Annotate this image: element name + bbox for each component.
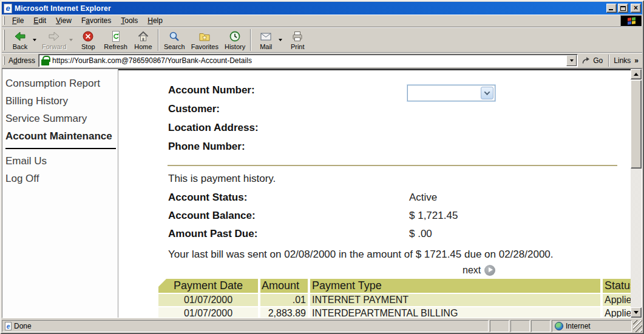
summary-label: Amount Past Due:: [168, 228, 257, 239]
menu-grip-handle[interactable]: [3, 16, 5, 25]
window-title: Microsoft Internet Explorer: [15, 4, 606, 13]
ie-window: e Microsoft Internet Explorer × FileEdit…: [0, 0, 644, 334]
summary-label: Account Status:: [168, 192, 247, 203]
vertical-scrollbar[interactable]: [631, 69, 642, 318]
chevron-down-icon: [570, 59, 574, 62]
sidebar-item[interactable]: Service Summary: [5, 110, 118, 127]
summary-row: Amount Past Due: $ .00: [168, 228, 631, 246]
favorites-button[interactable]: Favorites: [188, 28, 222, 52]
summary-value: $ .00: [409, 228, 432, 240]
sidebar-item[interactable]: Email Us: [5, 152, 118, 170]
stop-icon: [82, 30, 94, 42]
cell-payment-type: INTERNET PAYMENT: [310, 294, 600, 306]
status-panel-empty: [510, 320, 530, 332]
forward-button[interactable]: Forward: [39, 28, 69, 52]
select-dropdown-button[interactable]: [481, 87, 493, 99]
maximize-icon: [620, 6, 626, 11]
ie-logo-icon: e: [4, 4, 12, 13]
sidebar-nav: Consumption ReportBilling HistoryService…: [2, 69, 118, 318]
summary-row: Account Status: Active: [168, 192, 631, 210]
header-amount: Amount: [260, 279, 308, 293]
status-text: Done: [14, 322, 32, 330]
windows-logo-icon: [620, 15, 642, 27]
favorites-icon: [198, 30, 211, 42]
payments-table-body: 01/07/2000 .01 INTERNET PAYMENT Applied …: [158, 294, 631, 318]
account-number-label: Account Number:: [168, 84, 255, 96]
zone-label: Internet: [566, 322, 591, 330]
print-icon: [291, 30, 303, 42]
customer-label: Customer:: [168, 103, 220, 115]
internet-globe-icon: [555, 322, 563, 330]
address-input[interactable]: https://YourBank.com@786590867/YourBank-…: [38, 54, 578, 67]
close-button[interactable]: ×: [631, 4, 641, 13]
header-payment-type: Payment Type: [310, 279, 600, 293]
cell-status: Applied: [603, 307, 631, 318]
search-button[interactable]: Search: [161, 28, 188, 52]
section-divider: [168, 165, 617, 166]
next-arrow-icon[interactable]: [484, 265, 495, 276]
page-icon: e: [5, 322, 12, 330]
header-payment-date: Payment Date: [158, 279, 258, 293]
sidebar-item[interactable]: Consumption Report: [5, 75, 118, 92]
payment-row: 01/07/2000 .01 INTERNET PAYMENT Applied: [158, 294, 631, 306]
scroll-down-button[interactable]: [631, 307, 642, 318]
sidebar-item[interactable]: Account Maintenance: [5, 127, 116, 149]
back-button[interactable]: Back: [7, 28, 33, 52]
summary-label: Account Balance:: [168, 210, 256, 221]
last-bill-note: Your last bill was sent on 02/08/2000 in…: [168, 249, 631, 261]
back-dropdown-icon[interactable]: [33, 39, 36, 41]
pager: next: [463, 264, 631, 276]
history-button[interactable]: History: [222, 28, 248, 52]
payments-table-header: Payment Date Amount Payment Type Status: [158, 279, 631, 293]
forward-dropdown-icon[interactable]: [69, 39, 73, 41]
address-history-dropdown[interactable]: [566, 55, 577, 66]
resize-grip[interactable]: [633, 320, 642, 332]
home-button[interactable]: Home: [130, 28, 156, 52]
header-status: Status: [603, 279, 631, 293]
address-url-text: https://YourBank.com@786590867/YourBank-…: [52, 56, 566, 65]
arrow-down-icon: [634, 311, 639, 314]
refresh-button[interactable]: Refresh: [101, 28, 130, 52]
browser-viewport: Consumption ReportBilling HistoryService…: [2, 68, 642, 318]
menu-item[interactable]: File: [7, 15, 29, 26]
chevron-right-icon: »: [634, 56, 639, 65]
stop-button[interactable]: Stop: [75, 28, 101, 52]
sidebar-item[interactable]: Log Off: [5, 170, 118, 187]
menu-item[interactable]: Help: [143, 15, 168, 26]
links-bar[interactable]: Links»: [611, 56, 641, 65]
maximize-button[interactable]: [618, 4, 628, 13]
toolbar-grip-handle[interactable]: [3, 30, 5, 50]
chevron-down-icon: [484, 89, 490, 95]
main-frame: Account Number: Customer: Location Addre…: [118, 69, 631, 318]
mail-button[interactable]: Mail: [253, 28, 279, 52]
next-link[interactable]: next: [463, 265, 481, 276]
payment-row: 01/07/2000 2,883.89 INTERDEPARTMENTAL BI…: [158, 307, 631, 318]
status-panel-empty: [490, 320, 509, 332]
titlebar[interactable]: e Microsoft Internet Explorer ×: [2, 2, 642, 15]
home-icon: [137, 30, 149, 42]
close-icon: ×: [631, 4, 640, 13]
mail-icon: [260, 30, 272, 42]
cell-payment-type: INTERDEPARTMENTAL BILLING: [310, 307, 600, 318]
scrollbar-thumb[interactable]: [631, 80, 642, 169]
sidebar-item[interactable]: Billing History: [5, 92, 118, 110]
payments-table: Payment Date Amount Payment Type Status …: [158, 279, 631, 318]
addressbar-grip-handle[interactable]: [3, 56, 5, 65]
menu-item[interactable]: Tools: [116, 15, 143, 26]
print-button[interactable]: Print: [285, 28, 310, 52]
menu-bar: FileEditViewFavoritesToolsHelp: [2, 15, 642, 27]
minimize-button[interactable]: [606, 4, 617, 13]
menu-item[interactable]: View: [51, 15, 76, 26]
go-button[interactable]: Go: [581, 56, 603, 65]
go-arrow-icon: [581, 56, 591, 65]
mail-dropdown-icon[interactable]: [279, 39, 282, 41]
status-panel-empty: [531, 320, 551, 332]
status-bar: e Done Internet: [2, 318, 642, 332]
window-controls: ×: [606, 4, 641, 13]
scroll-up-button[interactable]: [631, 69, 642, 79]
menu-item[interactable]: Favorites: [76, 15, 116, 26]
forward-arrow-icon: [48, 30, 60, 42]
account-number-select[interactable]: [407, 85, 495, 101]
menu-item[interactable]: Edit: [29, 15, 51, 26]
phone-number-label: Phone Number:: [168, 141, 245, 152]
